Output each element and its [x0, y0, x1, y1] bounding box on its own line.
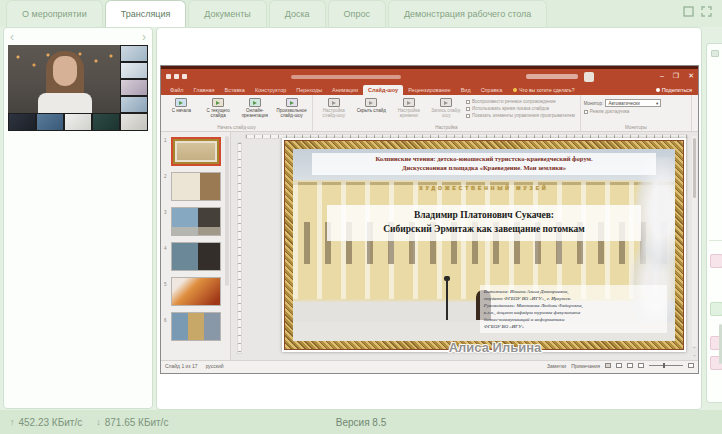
current-slide: Колпинские чтения: детско-юношеский тури… [282, 138, 686, 352]
gold-picture-frame: Колпинские чтения: детско-юношеский тури… [285, 141, 683, 349]
powerpoint-ribbon-tabs: Файл Главная Вставка Конструктор Переход… [161, 82, 698, 95]
slideshow-play-icon [175, 98, 187, 107]
account-name-text [526, 74, 578, 79]
powerpoint-status-bar: Слайд 1 из 17 русский Заметки Примечания [161, 360, 698, 370]
comments-toggle: Примечания [571, 363, 600, 369]
participant-thumbnail-column [120, 45, 148, 113]
ribbon-tab-animations: Анимации [327, 85, 363, 95]
fullscreen-icon[interactable] [701, 6, 712, 17]
checkbox-icon [466, 114, 470, 118]
ribbon-tab-design: Конструктор [250, 85, 291, 95]
upload-speed: ↑ 452.23 КБит/с [10, 417, 82, 428]
speaker-face [53, 56, 77, 86]
language-indicator: русский [206, 363, 224, 369]
chat-message-chip [710, 302, 722, 316]
participant-thumbnail [120, 96, 148, 113]
tab-board[interactable]: Доска [269, 0, 326, 27]
play-narration-checkbox: Воспроизвести речевое сопровождение [466, 99, 575, 104]
tab-about-event[interactable]: О мероприятии [6, 0, 103, 27]
next-slide-icon: ⌄ [691, 352, 698, 358]
slide-thumbnail-3 [171, 207, 221, 236]
thumbnail-scrollbar [225, 136, 229, 286]
person-icon [656, 88, 660, 92]
next-video-arrow[interactable]: › [142, 32, 146, 42]
group-label-setup: Настройка [313, 125, 580, 130]
slide-thumbnail-panel: 1 2 3 4 5 6 [161, 132, 231, 360]
participant-thumbnail [92, 113, 120, 131]
thumbnail-number: 6 [164, 318, 167, 323]
slide-counter: Слайд 1 из 17 [165, 363, 198, 369]
chat-panel-edge [706, 27, 722, 410]
presenter-watermark: Алиса Ильина [405, 340, 585, 355]
chat-panel-card [706, 43, 722, 403]
slideshow-view-icon [638, 363, 644, 368]
account-avatar [584, 72, 594, 82]
share-button: Поделиться [662, 87, 692, 93]
restore-icon: ❐ [673, 71, 679, 81]
speaker-video[interactable] [8, 45, 148, 131]
setup-slideshow-button: Настройка слайд-шоу [316, 97, 352, 123]
powerpoint-ribbon: С начала С текущего слайда Онлайн-презен… [161, 95, 698, 132]
chat-message-chip [710, 254, 722, 268]
powerpoint-titlebar: – ❐ ✕ [161, 66, 698, 82]
participant-thumbnail [120, 45, 148, 62]
download-arrow-icon: ↓ [96, 417, 101, 427]
group-label-monitors: Мониторы [581, 125, 691, 130]
record-slideshow-button: Запись слайд-шоу [429, 97, 465, 123]
slide-nav-chevrons: ⌃ ⌄ [691, 346, 698, 360]
video-panel: ‹ › [3, 27, 153, 409]
prev-video-arrow[interactable]: ‹ [10, 32, 14, 42]
online-presentation-button: Онлайн-презентация [238, 97, 273, 123]
powerpoint-workspace: 1 2 3 4 5 6 [161, 132, 698, 360]
slide-thumbnail-1 [171, 137, 221, 166]
lightbulb-icon [513, 88, 517, 92]
participant-thumbnail-row [8, 113, 148, 131]
tell-me-text: Что вы хотите сделать? [519, 87, 574, 93]
chevron-down-icon: ▾ [656, 101, 658, 106]
close-icon: ✕ [688, 71, 694, 81]
slideshow-current-icon [212, 98, 224, 107]
download-speed: ↓ 871.65 КБит/с [96, 417, 168, 428]
online-globe-icon [249, 98, 261, 107]
slide-canvas: Колпинские чтения: детско-юношеский тури… [231, 132, 698, 360]
app-status-bar: Версия 8.5 ↑ 452.23 КБит/с ↓ 871.65 КБит… [0, 410, 722, 434]
zoom-slider [649, 365, 683, 366]
use-timings-checkbox: Использовать время показа слайдов [466, 106, 575, 111]
layout-window-icon[interactable] [683, 6, 694, 17]
presenter-view-checkbox: Режим докладчика [584, 109, 688, 114]
notes-toggle: Заметки [547, 363, 566, 369]
tab-screen-demo[interactable]: Демонстрация рабочего стола [388, 0, 547, 27]
slide-thumbnail-6 [171, 312, 221, 341]
thumbnail-number: 5 [164, 282, 167, 287]
redo-icon [182, 74, 187, 79]
powerpoint-window: – ❐ ✕ Файл Главная Вставка Конструктор П… [161, 66, 698, 373]
checkbox-icon [466, 100, 470, 104]
record-icon [440, 98, 452, 107]
checkbox-icon [584, 110, 588, 114]
hide-slide-icon [365, 98, 377, 107]
minimize-icon: – [660, 71, 664, 81]
from-beginning-button: С начала [164, 97, 199, 123]
vertical-ruler [237, 142, 242, 354]
monitor-selector: Монитор: Автоматически ▾ [584, 99, 688, 107]
participant-thumbnail [36, 113, 64, 131]
normal-view-icon [605, 363, 611, 368]
speaker-video-main [8, 45, 120, 113]
slide-thumbnail-4 [171, 242, 221, 271]
participant-thumbnail [120, 79, 148, 96]
ribbon-tab-file: Файл [165, 85, 189, 95]
custom-slideshow-button: Произвольное слайд-шоу [274, 97, 309, 123]
participant-thumbnail [64, 113, 92, 131]
slide-thumbnail-2 [171, 172, 221, 201]
thumbnail-number: 2 [164, 174, 167, 179]
timer-icon [403, 98, 415, 107]
ribbon-tab-slideshow: Слайд-шоу [363, 85, 403, 95]
thumbnail-number: 4 [164, 246, 167, 251]
tab-poll[interactable]: Опрос [328, 0, 386, 27]
tab-documents[interactable]: Документы [188, 0, 266, 27]
building-sign-text: ХУДОЖЕСТВЕННЫЙ МУЗЕЙ [293, 185, 675, 191]
slide-sorter-icon [616, 363, 622, 368]
show-media-controls-checkbox: Показать элементы управления проигрывате… [466, 113, 575, 118]
tab-broadcast[interactable]: Трансляция [105, 0, 187, 27]
from-current-slide-button: С текущего слайда [201, 97, 236, 123]
